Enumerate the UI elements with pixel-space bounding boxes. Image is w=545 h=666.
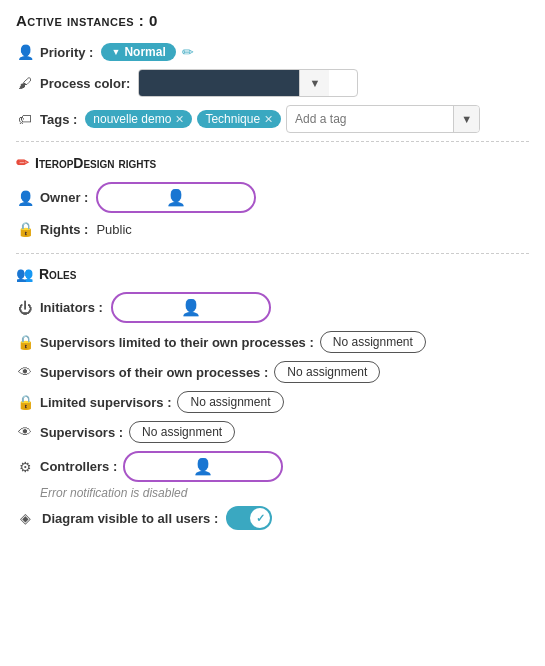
page-title: Active instances : 0 [16, 12, 529, 29]
priority-chevron-icon: ▼ [111, 47, 120, 57]
rights-section: ✏ IteropDesign rights 👤 Owner : 👤 🔒 Righ… [16, 141, 529, 253]
initiators-person-icon: 👤 [181, 298, 201, 317]
supervisors-limited-lock-icon: 🔒 [16, 334, 34, 350]
owner-icon: 👤 [16, 190, 34, 206]
tags-label: Tags : [40, 112, 77, 127]
priority-icon: 👤 [16, 44, 34, 60]
supervisors-own-badge[interactable]: No assignment [274, 361, 380, 383]
owner-person-icon: 👤 [166, 188, 186, 207]
color-dropdown[interactable]: ▼ [138, 69, 358, 97]
controllers-input[interactable]: 👤 [123, 451, 283, 482]
rights-title-text: IteropDesign rights [35, 155, 156, 171]
tag-technique-label: Technique [205, 112, 260, 126]
supervisors-own-eye-icon: 👁 [16, 364, 34, 380]
supervisors-limited-badge[interactable]: No assignment [320, 331, 426, 353]
color-swatch [139, 70, 299, 96]
diagram-icon: ◈ [16, 510, 34, 526]
limited-supervisors-label: Limited supervisors : [40, 395, 171, 410]
controllers-person-icon: 👤 [193, 457, 213, 476]
controllers-gear-icon: ⚙ [16, 459, 34, 475]
tag-technique-remove[interactable]: ✕ [264, 113, 273, 126]
initiators-icon: ⏻ [16, 300, 34, 316]
priority-badge[interactable]: ▼ Normal [101, 43, 175, 61]
tag-technique[interactable]: Technique ✕ [197, 110, 281, 128]
rights-edit-icon: ✏ [16, 154, 29, 172]
priority-value: Normal [124, 45, 165, 59]
owner-label: Owner : [40, 190, 88, 205]
limited-supervisors-lock-icon: 🔒 [16, 394, 34, 410]
priority-label: Priority : [40, 45, 93, 60]
supervisors-label: Supervisors : [40, 425, 123, 440]
tag-input-chevron-icon[interactable]: ▼ [453, 106, 479, 132]
diagram-label: Diagram visible to all users : [42, 511, 218, 526]
rights-value: Public [96, 222, 131, 237]
rights-lock-icon: 🔒 [16, 221, 34, 237]
tag-nouvelle-demo-label: nouvelle demo [93, 112, 171, 126]
process-color-label: Process color: [40, 76, 130, 91]
brush-icon: 🖌 [16, 75, 34, 91]
roles-section-title: 👥 Roles [16, 266, 529, 282]
roles-icon: 👥 [16, 266, 33, 282]
tag-nouvelle-demo[interactable]: nouvelle demo ✕ [85, 110, 192, 128]
error-note: Error notification is disabled [40, 486, 529, 500]
tags-area: nouvelle demo ✕ Technique ✕ ▼ [85, 105, 480, 133]
tag-icon: 🏷 [16, 111, 34, 127]
rights-label: Rights : [40, 222, 88, 237]
rights-section-title: ✏ IteropDesign rights [16, 154, 529, 172]
supervisors-badge[interactable]: No assignment [129, 421, 235, 443]
owner-input[interactable]: 👤 [96, 182, 256, 213]
roles-title-text: Roles [39, 266, 76, 282]
supervisors-limited-label: Supervisors limited to their own process… [40, 335, 314, 350]
initiators-input[interactable]: 👤 [111, 292, 271, 323]
supervisors-own-label: Supervisors of their own processes : [40, 365, 268, 380]
priority-edit-icon[interactable]: ✏ [182, 44, 194, 60]
color-chevron-icon[interactable]: ▼ [299, 70, 329, 96]
tag-input-wrapper[interactable]: ▼ [286, 105, 480, 133]
toggle-checkmark-icon: ✓ [250, 508, 270, 528]
controllers-label: Controllers : [40, 459, 117, 474]
supervisors-eye-icon: 👁 [16, 424, 34, 440]
tag-nouvelle-demo-remove[interactable]: ✕ [175, 113, 184, 126]
initiators-label: Initiators : [40, 300, 103, 315]
tag-input[interactable] [287, 109, 453, 129]
diagram-toggle[interactable]: ✓ [226, 506, 272, 530]
roles-section: 👥 Roles ⏻ Initiators : 👤 🔒 Supervisors l… [16, 253, 529, 546]
limited-supervisors-badge[interactable]: No assignment [177, 391, 283, 413]
